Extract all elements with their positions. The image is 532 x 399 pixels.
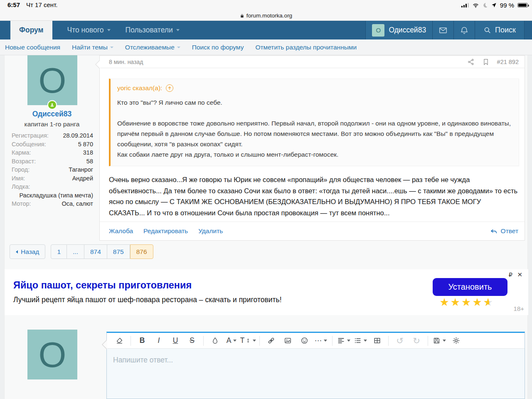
account-menu[interactable]: О Одиссей83 (365, 21, 432, 39)
subnav-search-forum[interactable]: Поиск по форуму (192, 44, 244, 51)
reply-text-input[interactable]: Напишите ответ... (107, 349, 525, 365)
profile-field: Лодка: Раскладушка (типа мечта) (12, 182, 93, 200)
post-footer: Жалоба Редактировать Удалить Ответ (100, 222, 525, 240)
font-family-button[interactable]: A (223, 335, 240, 347)
alignment-button[interactable] (335, 335, 352, 347)
text-color-button[interactable] (207, 335, 223, 347)
browser-url-bar[interactable]: forum.motorka.org (0, 11, 532, 21)
delete-link[interactable]: Удалить (198, 227, 223, 235)
insert-table-button[interactable] (369, 335, 385, 347)
ad-title-link[interactable]: Яйцо пашот, секреты приготовления (13, 280, 192, 291)
toolbar-separator (428, 336, 428, 346)
cellular-signal-icon (461, 3, 469, 7)
report-link[interactable]: Жалоба (109, 227, 133, 235)
underline-button[interactable]: U (167, 335, 184, 347)
quoted-message: yoric сказал(а): Кто это "вы"? Я лично с… (109, 79, 519, 166)
pagination-page-1[interactable]: 1 (51, 244, 67, 259)
profile-field: Карма: 318 (12, 148, 93, 157)
reply-link[interactable]: Ответ (490, 227, 518, 235)
quote-attribution-link[interactable]: yoric сказал(а): (117, 84, 512, 92)
star-icon: ★ (451, 296, 461, 308)
jump-to-quote-icon[interactable] (166, 84, 173, 92)
floppy-disk-icon (433, 337, 441, 345)
pagination-page-875[interactable]: 875 (107, 244, 130, 259)
post-number-link[interactable]: #21 892 (497, 59, 519, 65)
pagination-back-button[interactable]: Назад (10, 244, 45, 259)
envelope-icon (438, 26, 448, 35)
post-header: 8 мин. назад #21 892 (100, 56, 525, 68)
undo-button[interactable]: ↺ (392, 335, 408, 347)
subnav-watched[interactable]: Отслеживаемые (125, 44, 180, 51)
chevron-down-icon (364, 340, 367, 342)
redo-button[interactable]: ↻ (408, 335, 425, 347)
tab-whats-new[interactable]: Что нового (67, 21, 111, 39)
do-not-disturb-moon-icon (483, 2, 488, 8)
bookmark-icon[interactable] (482, 58, 490, 66)
chevron-down-icon (177, 47, 180, 48)
remove-format-button[interactable] (111, 335, 128, 347)
drafts-button[interactable] (431, 335, 448, 347)
clock: 6:57 (7, 1, 20, 8)
date: Чт 17 сент. (26, 1, 57, 8)
quote-paragraph: Как собаки лаете друг на друга, только и… (117, 149, 512, 160)
smiley-icon (300, 337, 308, 345)
post-timestamp-link[interactable]: 8 мин. назад (109, 59, 143, 65)
reply-user-avatar[interactable]: О (27, 330, 77, 379)
profile-field: Имя: Андрей (12, 174, 93, 183)
ssl-lock-icon (240, 13, 244, 18)
subnav-find-threads[interactable]: Найти темы (72, 44, 113, 51)
italic-button[interactable]: I (150, 335, 167, 347)
battery-percent: 99 % (500, 2, 514, 9)
search-button[interactable]: Поиск (475, 21, 525, 39)
insert-link-button[interactable] (263, 335, 279, 347)
chevron-down-icon (253, 340, 256, 342)
inbox-button[interactable] (432, 21, 453, 39)
ad-description[interactable]: Лучший рецепт яйца пашот от шеф-повара р… (13, 296, 282, 304)
ad-install-button[interactable]: Установить (433, 278, 507, 296)
post-body-text: Очень верно сказано...Я же говорю ты Юри… (109, 174, 518, 218)
main-navbar: Форум Что нового Пользователи О Одиссей8… (0, 21, 532, 39)
profile-field: Мотор: Оса, салют (12, 200, 93, 208)
avatar: О (372, 24, 384, 37)
alerts-button[interactable] (453, 21, 475, 39)
tab-users[interactable]: Пользователи (126, 21, 180, 39)
subnav-mark-read[interactable]: Отметить разделы прочитанными (255, 44, 357, 51)
pagination-ellipsis[interactable]: ... (67, 244, 84, 259)
edit-link[interactable]: Редактировать (143, 227, 188, 235)
ad-banner: ₽ ✕ Яйцо пашот, секреты приготовления Лу… (5, 269, 528, 315)
insert-image-button[interactable] (279, 335, 296, 347)
author-avatar[interactable]: О (27, 55, 77, 105)
pagination: Назад 1 ... 874 875 876 (10, 244, 153, 259)
eraser-icon (116, 337, 123, 345)
author-username[interactable]: Одиссей83 (5, 110, 99, 118)
subnav-new-posts[interactable]: Новые сообщения (5, 44, 60, 51)
editor-settings-button[interactable] (448, 335, 464, 347)
star-icon: ★ (461, 296, 472, 308)
pagination-page-current[interactable]: 876 (130, 244, 153, 259)
post-message: 8 мин. назад #21 892 yoric сказал(а): Кт… (99, 55, 525, 241)
chevron-down-icon (347, 340, 350, 342)
table-icon (373, 337, 381, 345)
share-icon[interactable] (467, 58, 475, 66)
align-left-icon (337, 337, 345, 345)
chevron-down-icon (324, 340, 327, 342)
bold-button[interactable]: B (134, 335, 150, 347)
bell-icon (460, 26, 469, 35)
online-status-icon (47, 100, 57, 110)
more-options-button[interactable]: ⋯ (313, 335, 329, 347)
ad-currency-badge[interactable]: ₽ (509, 271, 512, 278)
quote-paragraph: Обвинение в воровстве тоже довольно непр… (117, 118, 512, 149)
author-rank: капитан 1-го ранга (5, 121, 99, 128)
chevron-down-icon (110, 47, 113, 48)
ad-close-icon[interactable]: ✕ (517, 271, 522, 278)
gear-icon (452, 337, 460, 345)
strikethrough-button[interactable]: S (184, 335, 200, 347)
insert-smiley-button[interactable] (296, 335, 313, 347)
location-arrow-icon (491, 2, 497, 8)
arrows-up-down-icon (246, 337, 251, 344)
list-button[interactable] (352, 335, 369, 347)
tab-forum[interactable]: Форум (10, 21, 52, 39)
font-size-button[interactable]: T (240, 335, 256, 347)
pagination-page-874[interactable]: 874 (84, 244, 107, 259)
bullet-list-icon (354, 337, 362, 345)
